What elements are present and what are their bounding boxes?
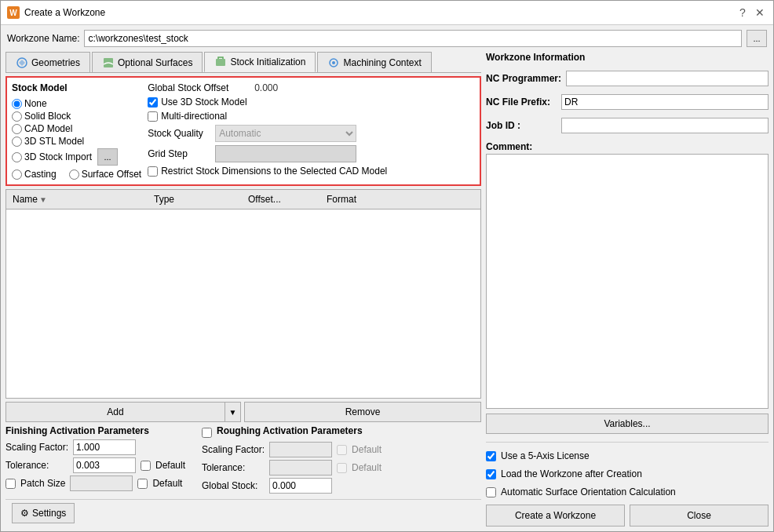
- tab-geometries[interactable]: Geometries: [5, 52, 90, 72]
- radio-solid-block[interactable]: [12, 111, 22, 122]
- tab-optional-surfaces[interactable]: Optional Surfaces: [92, 52, 203, 72]
- app-icon: W: [7, 6, 20, 19]
- create-workzone-button[interactable]: Create a Workzone: [486, 505, 625, 527]
- use-3d-stock-checkbox[interactable]: [148, 97, 158, 107]
- radio-casting[interactable]: [12, 169, 22, 180]
- radio-solid-block-label: Solid Block: [24, 111, 71, 122]
- finishing-section: Finishing Activation Parameters Scaling …: [5, 425, 481, 496]
- add-button[interactable]: Add: [5, 402, 225, 422]
- roughing-tolerance-default-checkbox[interactable]: [337, 463, 347, 473]
- add-dropdown-button[interactable]: ▼: [225, 402, 241, 422]
- global-stock-input[interactable]: [269, 478, 332, 494]
- radio-casting-label: Casting: [24, 169, 57, 180]
- stock-quality-select[interactable]: Automatic: [215, 125, 356, 142]
- roughing-activation-checkbox[interactable]: [202, 428, 212, 438]
- tab-optional-surfaces-label: Optional Surfaces: [118, 57, 192, 68]
- job-id-input[interactable]: [561, 118, 769, 133]
- finishing-scaling-input[interactable]: [73, 439, 136, 455]
- radio-none[interactable]: [12, 99, 22, 109]
- finishing-title: Finishing Activation Parameters: [5, 425, 194, 436]
- radio-cad-model-row: CAD Model: [12, 123, 141, 134]
- load-workzone-checkbox[interactable]: [486, 469, 496, 479]
- th-format: Format: [320, 192, 480, 206]
- radio-stock-import[interactable]: [12, 152, 22, 162]
- finishing-tolerance-row: Tolerance: Default: [5, 457, 194, 473]
- global-stock-offset-label: Global Stock Offset: [148, 82, 250, 93]
- stock-model-right: Global Stock Offset 0.000 Use 3D Stock M…: [148, 82, 475, 180]
- auto-surface-row: Automatic Surface Orientation Calculatio…: [486, 486, 769, 497]
- title-bar-left: W Create a Workzone: [7, 6, 105, 19]
- finishing-params: Finishing Activation Parameters Scaling …: [5, 425, 194, 491]
- restrict-cad-checkbox[interactable]: [148, 166, 158, 177]
- roughing-tolerance-input[interactable]: [269, 460, 332, 476]
- restrict-cad-row: Restrict Stock Dimensions to the Selecte…: [148, 166, 475, 177]
- multi-directional-label: Multi-directional: [161, 111, 227, 122]
- global-stock-offset-value: 0.000: [254, 82, 278, 93]
- stock-model-title: Stock Model: [12, 82, 141, 93]
- radio-cad-model[interactable]: [12, 124, 22, 134]
- roughing-tolerance-row: Tolerance: Default: [202, 460, 481, 476]
- finishing-tolerance-label: Tolerance:: [5, 460, 68, 471]
- auto-surface-label: Automatic Surface Orientation Calculatio…: [501, 486, 676, 497]
- roughing-scaling-row: Scaling Factor: Default: [202, 442, 481, 457]
- dialog-window: W Create a Workzone ? ✕ Workzone Name: .…: [0, 0, 774, 532]
- stock-model-box: Stock Model None Solid Block CAD Model: [5, 76, 481, 186]
- tabs-row: Geometries Optional Surfaces Stock Initi…: [5, 52, 481, 73]
- nc-file-prefix-label: NC File Prefix:: [486, 97, 557, 107]
- patch-size-input[interactable]: [70, 476, 133, 491]
- action-buttons-row: Create a Workzone Close: [486, 505, 769, 527]
- nc-programmer-input[interactable]: [566, 71, 769, 86]
- stock-quality-label: Stock Quality: [148, 128, 210, 139]
- settings-label: Settings: [32, 508, 66, 519]
- close-button[interactable]: Close: [630, 505, 769, 527]
- roughing-scaling-default-checkbox[interactable]: [337, 445, 347, 455]
- nc-programmer-label: NC Programmer:: [486, 73, 561, 84]
- multi-directional-checkbox[interactable]: [148, 111, 158, 122]
- finishing-scaling-row: Scaling Factor:: [5, 439, 194, 455]
- global-stock-offset-row: Global Stock Offset 0.000: [148, 82, 475, 93]
- radio-surface-offset[interactable]: [69, 169, 79, 180]
- close-title-button[interactable]: ✕: [753, 5, 767, 20]
- global-stock-label: Global Stock:: [202, 480, 265, 491]
- patch-size-checkbox[interactable]: [5, 479, 16, 489]
- use-5axis-checkbox[interactable]: [486, 451, 496, 461]
- tab-machining-context[interactable]: Machining Context: [317, 52, 431, 72]
- finishing-tolerance-default-checkbox[interactable]: [141, 461, 151, 471]
- settings-button[interactable]: ⚙ Settings: [12, 503, 75, 523]
- finishing-tolerance-default-label: Default: [155, 460, 185, 471]
- title-bar-buttons: ? ✕: [736, 5, 767, 20]
- th-type: Type: [148, 192, 242, 206]
- workzone-name-browse-button[interactable]: ...: [747, 30, 767, 47]
- nc-file-prefix-input[interactable]: [561, 94, 769, 110]
- stock-model-left: Stock Model None Solid Block CAD Model: [12, 82, 141, 180]
- radio-stl-model[interactable]: [12, 137, 22, 147]
- remove-button[interactable]: Remove: [244, 402, 481, 422]
- radio-stock-import-row: 3D Stock Import ...: [12, 148, 141, 166]
- stock-import-browse-button[interactable]: ...: [97, 148, 118, 166]
- comment-textarea[interactable]: [486, 154, 769, 409]
- help-button[interactable]: ?: [736, 5, 750, 20]
- nc-file-prefix-row: NC File Prefix:: [486, 94, 769, 110]
- finishing-scaling-label: Scaling Factor:: [5, 442, 68, 453]
- tab-machining-context-label: Machining Context: [343, 57, 421, 68]
- table-body: [6, 210, 480, 382]
- radio-surface-offset-label: Surface Offset: [82, 169, 141, 180]
- th-name: Name ▼: [6, 192, 148, 206]
- right-panel: Workzone Information NC Programmer: NC F…: [486, 52, 769, 527]
- grid-step-input[interactable]: [215, 145, 356, 162]
- use-3d-stock-label: Use 3D Stock Model: [161, 97, 246, 107]
- workzone-name-label: Workzone Name:: [7, 33, 79, 44]
- tab-stock-initialization[interactable]: Stock Initialization: [204, 52, 316, 72]
- patch-size-label: Patch Size: [20, 478, 65, 489]
- surfaces-table: Name ▼ Type Offset... Format: [5, 189, 481, 399]
- stock-init-icon: [214, 56, 227, 68]
- variables-button[interactable]: Variables...: [486, 414, 769, 434]
- auto-surface-checkbox[interactable]: [486, 487, 496, 497]
- comment-label: Comment:: [486, 141, 769, 152]
- load-workzone-row: Load the Workzone after Creation: [486, 468, 769, 479]
- workzone-name-input[interactable]: [84, 30, 742, 47]
- finishing-tolerance-input[interactable]: [73, 457, 136, 473]
- patch-default-checkbox[interactable]: [137, 479, 148, 489]
- roughing-scaling-input[interactable]: [269, 442, 332, 457]
- radio-none-row: None: [12, 98, 141, 109]
